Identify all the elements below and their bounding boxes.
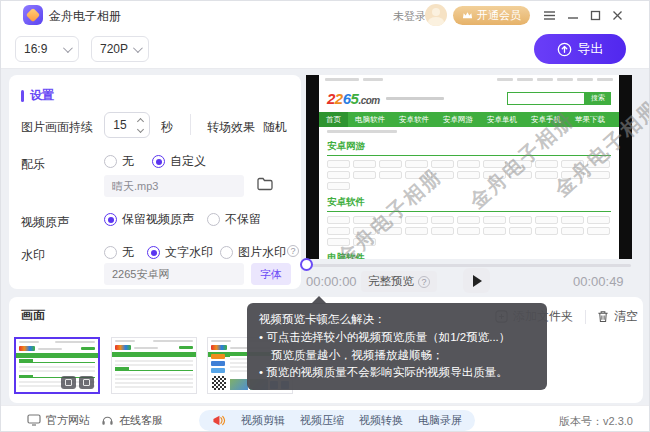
link-screen-record[interactable]: 电脑录屏: [418, 413, 462, 428]
settings-panel: 设置 图片画面持续 15 秒 转场效果 随机 配乐 无 自定义 晴天.mp3 视…: [9, 75, 301, 289]
chevron-down-icon: [133, 43, 143, 53]
minimize-icon[interactable]: [565, 8, 580, 23]
menu-icon[interactable]: [542, 8, 557, 23]
footer: 官方网站 在线客服 视频剪辑 视频压缩 视频转换 电脑录屏 版本号：v2.3.0: [1, 405, 650, 432]
music-label: 配乐: [21, 156, 45, 173]
play-button[interactable]: [463, 268, 490, 293]
radio-icon: [104, 213, 117, 226]
site-search-button: 搜索: [585, 92, 611, 105]
watermark-text-radio[interactable]: 文字水印: [147, 244, 213, 261]
watermark-label: 水印: [21, 247, 45, 264]
site-logo-row: 2265.com 搜索: [319, 84, 619, 112]
audio-discard-label: 不保留: [225, 211, 261, 228]
thumbnail-duration-icon[interactable]: [61, 376, 76, 389]
export-button[interactable]: 导出: [534, 34, 626, 64]
site-section-apps: 安卓软件: [319, 192, 619, 248]
watermark-text-input[interactable]: 2265安卓网: [104, 263, 244, 285]
tooltip-title: 视频预览卡顿怎么解决：: [259, 311, 535, 329]
close-icon[interactable]: [610, 8, 625, 23]
headset-icon: [101, 414, 114, 427]
radio-icon: [104, 246, 117, 259]
preview-help-tooltip: 视频预览卡顿怎么解决： • 可点击选择较小的视频预览质量（如1/2预览...） …: [247, 303, 547, 390]
watermark-none-label: 无: [122, 244, 134, 261]
link-video-compress[interactable]: 视频压缩: [300, 413, 344, 428]
aspect-ratio-select[interactable]: 16:9: [15, 36, 79, 62]
link-video-edit[interactable]: 视频剪辑: [241, 413, 285, 428]
product-links: 视频剪辑 视频压缩 视频转换 电脑录屏: [199, 410, 475, 431]
stepper-arrows-icon[interactable]: [135, 119, 149, 132]
maximize-icon[interactable]: [588, 8, 603, 23]
tooltip-line: • 可点击选择较小的视频预览质量（如1/2预览...）: [259, 329, 535, 347]
trash-icon: [597, 310, 609, 323]
radio-icon: [207, 213, 220, 226]
audio-discard-radio[interactable]: 不保留: [207, 211, 261, 228]
radio-icon: [220, 246, 233, 259]
official-site-label: 官方网站: [46, 413, 90, 428]
site-search: 搜索: [507, 92, 611, 105]
progress-bar[interactable]: [306, 264, 631, 267]
music-file-input[interactable]: 晴天.mp3: [104, 175, 244, 197]
browse-folder-button[interactable]: [256, 176, 274, 195]
clear-button[interactable]: 清空: [597, 308, 638, 325]
vip-button[interactable]: 开通会员: [453, 6, 530, 25]
audio-keep-radio[interactable]: 保留视频原声: [104, 211, 194, 228]
app-logo-icon: [23, 5, 43, 25]
site-search-field: [507, 92, 585, 105]
official-site-link[interactable]: 官方网站: [27, 406, 90, 432]
watermark-help-icon[interactable]: ?: [287, 245, 299, 257]
divider: [585, 310, 586, 324]
resolution-value: 720P: [100, 42, 128, 56]
aspect-ratio-value: 16:9: [24, 42, 47, 56]
play-icon: [473, 275, 482, 287]
site-logo: 2265.com: [327, 90, 380, 107]
thumbnail-delete-icon[interactable]: [79, 376, 94, 389]
resolution-select[interactable]: 720P: [91, 36, 149, 62]
tooltip-line: • 预览的视频质量不会影响实际的视频导出质量。: [259, 364, 535, 382]
watermark-image-label: 图片水印: [238, 244, 286, 261]
transition-label: 转场效果: [207, 119, 255, 136]
accent-bar: [21, 90, 24, 102]
frame-thumbnail-1[interactable]: [14, 337, 100, 394]
login-status[interactable]: 未登录: [393, 9, 426, 24]
full-preview-button[interactable]: 完整预览 ?: [361, 271, 437, 292]
site-nav: 首页电脑软件安卓软件安卓网游安卓单机安卓手机苹果下载专题排行榜: [319, 112, 619, 127]
megaphone-icon: [212, 414, 226, 427]
site-section-pc: 电脑软件: [319, 248, 619, 259]
music-none-radio[interactable]: 无: [104, 153, 134, 170]
export-icon: [557, 42, 572, 57]
folder-icon: [256, 176, 274, 192]
watermark-none-radio[interactable]: 无: [104, 244, 134, 261]
app-window: 金舟电子相册 未登录 开通会员 16:9 720P: [0, 0, 650, 432]
audio-label: 视频原声: [21, 214, 69, 231]
music-custom-radio[interactable]: 自定义: [152, 153, 206, 170]
font-button[interactable]: 字体: [251, 263, 291, 285]
toolbar: 16:9 720P 导出: [1, 29, 650, 69]
frame-thumbnail-2[interactable]: [111, 337, 197, 394]
support-label: 在线客服: [119, 413, 163, 428]
avatar[interactable]: [425, 4, 447, 26]
radio-icon: [104, 155, 117, 168]
video-preview[interactable]: 2265.com 搜索 首页电脑软件安卓软件安卓网游安卓单机安卓手机苹果下载专题…: [306, 75, 632, 259]
radio-icon: [147, 246, 160, 259]
clear-label: 清空: [614, 308, 638, 325]
version-label: 版本号：v2.3.0: [559, 414, 633, 429]
preview-help-icon[interactable]: ?: [418, 276, 430, 288]
duration-stepper[interactable]: 15: [104, 112, 150, 138]
monitor-icon: [27, 414, 41, 426]
watermark-image-radio[interactable]: 图片水印: [220, 244, 286, 261]
divider: [190, 114, 191, 135]
transition-value[interactable]: 随机: [263, 119, 287, 136]
music-none-label: 无: [122, 153, 134, 170]
watermark-text-label: 文字水印: [165, 244, 213, 261]
link-video-convert[interactable]: 视频转换: [359, 413, 403, 428]
site-section-games: 安卓网游: [319, 136, 619, 192]
titlebar: 金舟电子相册 未登录 开通会员: [1, 1, 650, 29]
site-topbar: [319, 75, 619, 84]
vip-label: 开通会员: [477, 8, 521, 23]
support-link[interactable]: 在线客服: [101, 406, 163, 432]
duration-value: 15: [105, 118, 135, 132]
progress-handle[interactable]: [300, 258, 313, 271]
export-label: 导出: [578, 40, 604, 58]
duration-unit: 秒: [161, 119, 173, 136]
site-breadcrumb: [319, 127, 619, 136]
